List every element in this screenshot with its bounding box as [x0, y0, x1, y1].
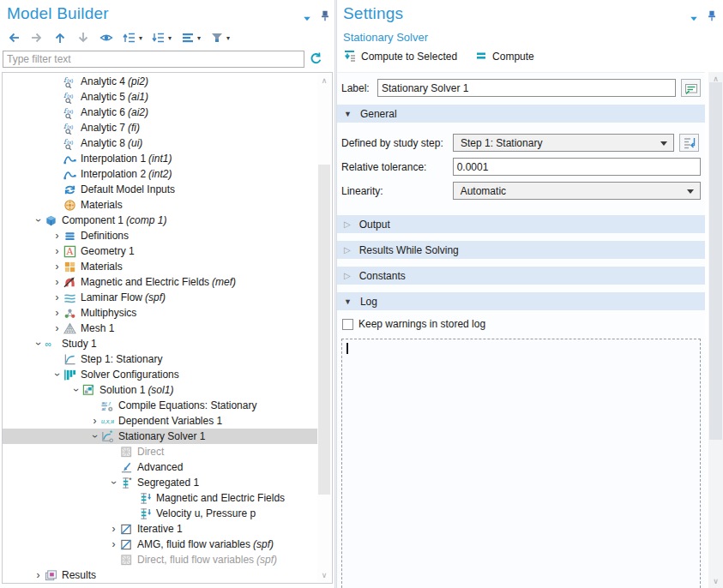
svg-text:(x): (x) — [67, 107, 73, 113]
dropdown-caret-icon[interactable]: ▾ — [139, 34, 142, 42]
tree-item[interactable]: ›Solver Configurations — [3, 367, 317, 382]
scroll-down-icon[interactable]: ∨ — [708, 576, 723, 586]
tree-item[interactable]: auat,fCompile Equations: Stationary — [3, 398, 317, 413]
panel-menu-caret-icon[interactable] — [689, 14, 699, 24]
tree-item[interactable]: Default Model Inputs — [3, 182, 317, 197]
linearity-dropdown[interactable]: Automatic — [453, 182, 701, 200]
tree-item[interactable]: ›Magnetic and Electric Fields(mef) — [3, 274, 317, 290]
tree-item[interactable]: ›Iterative 1 — [3, 521, 317, 537]
tree-item[interactable]: ›Component 1(comp 1) — [3, 213, 317, 228]
tree-item[interactable]: Direct — [3, 444, 317, 459]
dropdown-caret-icon[interactable]: ▾ — [197, 34, 201, 42]
chevron-collapsed-icon[interactable]: › — [51, 305, 63, 321]
chevron-expanded-icon[interactable]: › — [50, 369, 65, 381]
log-output-area[interactable] — [341, 339, 701, 588]
section-header-results-while-solving[interactable]: ▷ Results While Solving — [337, 241, 705, 259]
compute-button[interactable]: Compute — [474, 49, 534, 65]
tree-item[interactable]: ›AMG, fluid flow variables(spf) — [3, 537, 317, 552]
relative-tolerance-input[interactable] — [453, 158, 701, 176]
tree-item[interactable]: ›Materials — [3, 259, 317, 274]
sync-study-step-button[interactable] — [679, 134, 699, 152]
chevron-collapsed-icon[interactable]: › — [51, 228, 63, 243]
tree-item[interactable]: Interpolation 2(int2) — [3, 166, 317, 182]
refresh-icon[interactable] — [309, 51, 324, 67]
chevron-expanded-icon[interactable]: › — [31, 338, 46, 351]
chevron-expanded-icon[interactable]: › — [31, 214, 46, 227]
section-header-constants[interactable]: ▷ Constants — [337, 267, 705, 285]
keep-warnings-checkbox[interactable] — [342, 319, 353, 330]
chevron-expanded-icon[interactable]: › — [106, 477, 122, 489]
tree-item[interactable]: Magnetic and Electric Fields — [3, 490, 317, 506]
chevron-collapsed-icon[interactable]: › — [32, 567, 45, 583]
tree-item[interactable]: ›Results — [3, 567, 317, 583]
analytic-function-icon: f(x) — [63, 75, 79, 88]
tree-item[interactable]: f(x)Analytic 4(pi2) — [3, 74, 317, 89]
tree-item[interactable]: Advanced — [3, 459, 317, 475]
settings-scrollbar[interactable]: ∧ ∨ — [708, 72, 723, 588]
go-back-arrow-button[interactable] — [5, 30, 22, 45]
move-down-arrow-button[interactable] — [75, 30, 92, 45]
compute-to-selected-button[interactable]: Compute to Selected — [343, 49, 457, 65]
collapse-all-button[interactable]: ▾ — [150, 30, 173, 45]
tree-item[interactable]: ›Laminar Flow(spf) — [3, 290, 317, 305]
panel-menu-caret-icon[interactable] — [302, 14, 312, 24]
tree-item[interactable]: ›AGeometry 1 — [3, 243, 317, 259]
chevron-collapsed-icon[interactable]: › — [107, 537, 120, 552]
tree-item[interactable]: Step 1: Stationary — [3, 351, 317, 367]
defined-by-study-step-dropdown[interactable]: Step 1: Stationary — [453, 134, 674, 152]
dropdown-caret-icon[interactable]: ▾ — [226, 34, 230, 42]
dropdown-caret-icon[interactable]: ▾ — [168, 34, 172, 42]
scroll-down-icon[interactable]: ∨ — [317, 570, 331, 580]
tree-item[interactable]: ›*Segregated 1 — [3, 475, 317, 490]
tree-item[interactable]: f(x)Analytic 6(ai2) — [3, 105, 317, 120]
go-forward-arrow-icon — [30, 31, 44, 45]
tree-item[interactable]: ›Mesh 1 — [3, 321, 317, 336]
tree-item[interactable]: ›*Stationary Solver 1 — [3, 429, 317, 444]
node-label-button[interactable]: ▾ — [179, 30, 202, 45]
filter-button[interactable]: ▾ — [208, 30, 232, 45]
tree-item[interactable]: ›*Solution 1(sol1) — [3, 382, 317, 398]
section-header-log[interactable]: ▼ Log — [337, 292, 705, 310]
chevron-collapsed-icon[interactable]: › — [51, 290, 63, 305]
chevron-collapsed-icon[interactable]: › — [51, 321, 63, 336]
tree-scrollbar-thumb[interactable] — [318, 165, 330, 495]
settings-subtitle: Stationary Solver — [343, 31, 428, 44]
scroll-up-icon[interactable]: ∧ — [317, 75, 331, 86]
settings-content: Label: ▼ General Defined by study step: … — [337, 72, 705, 588]
chevron-collapsed-icon[interactable]: › — [51, 274, 63, 290]
show-button[interactable] — [98, 30, 115, 45]
tree-item[interactable]: f(x)Analytic 5(ai1) — [3, 89, 317, 105]
chevron-collapsed-icon[interactable]: › — [88, 413, 101, 429]
pin-icon[interactable] — [706, 9, 718, 23]
section-header-general[interactable]: ▼ General — [337, 105, 705, 123]
settings-scrollbar-thumb[interactable] — [709, 82, 722, 440]
tree-item[interactable]: ›∞Study 1 — [3, 336, 317, 351]
pin-icon[interactable] — [319, 9, 331, 23]
tree-item-label: Interpolation 1 — [81, 151, 146, 166]
tree-item[interactable]: Direct, fluid flow variables(spf) — [3, 552, 317, 567]
svg-text:u,x,w: u,x,w — [101, 418, 114, 424]
tree-item[interactable]: Velocity u, Pressure p — [3, 506, 317, 521]
section-header-output[interactable]: ▷ Output — [337, 215, 705, 233]
chevron-collapsed-icon[interactable]: › — [51, 259, 63, 274]
chevron-collapsed-icon[interactable]: › — [107, 521, 120, 537]
svg-text:at: at — [101, 406, 105, 411]
comsol-window: Model Builder ▾▾▾▾ f(x)Analytic 4(pi2)f(… — [0, 0, 723, 588]
tree-item[interactable]: ›Definitions — [3, 228, 317, 243]
chevron-expanded-icon[interactable]: › — [87, 430, 103, 443]
chevron-expanded-icon[interactable]: › — [69, 384, 84, 397]
tree-item[interactable]: ›u,x,wDependent Variables 1 — [3, 413, 317, 429]
tree-scrollbar[interactable]: ∧ ∨ — [317, 74, 331, 582]
tree-item[interactable]: Interpolation 1(int1) — [3, 151, 317, 166]
go-forward-arrow-button[interactable] — [28, 30, 45, 45]
tree-item[interactable]: Materials — [3, 197, 317, 213]
tree-item[interactable]: f(x)Analytic 7(fi) — [3, 120, 317, 135]
expand-all-button[interactable]: ▾ — [121, 30, 144, 45]
move-up-arrow-button[interactable] — [51, 30, 69, 45]
filter-input[interactable] — [3, 51, 304, 68]
edit-label-button[interactable] — [681, 79, 701, 97]
tree-item[interactable]: f(x)Analytic 8(ui) — [3, 135, 317, 151]
tree-item[interactable]: ›Multiphysics — [3, 305, 317, 321]
chevron-collapsed-icon[interactable]: › — [51, 243, 63, 259]
label-input[interactable] — [377, 79, 676, 97]
